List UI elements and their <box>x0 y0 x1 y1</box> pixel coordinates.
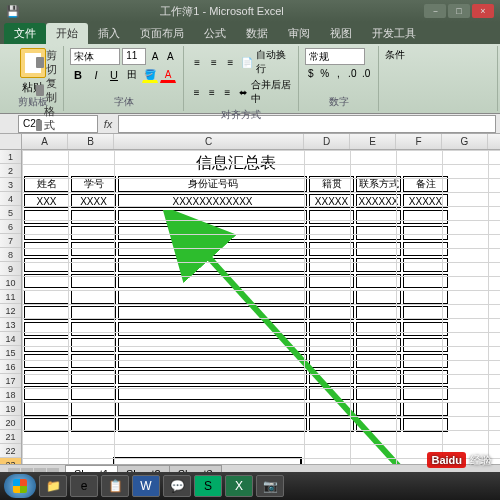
tab-formula[interactable]: 公式 <box>194 23 236 44</box>
maximize-button[interactable]: □ <box>448 4 470 18</box>
task-word[interactable]: W <box>132 475 160 497</box>
tab-file[interactable]: 文件 <box>4 23 46 44</box>
group-align: ≡ ≡ ≡ 📄 自动换行 ≡ ≡ ≡ ⬌ 合并后居中 对齐方式 <box>184 46 299 111</box>
task-app2[interactable]: 💬 <box>163 475 191 497</box>
shrink-font-icon[interactable]: A <box>164 49 177 65</box>
ribbon-tabs: 文件 开始 插入 页面布局 公式 数据 审阅 视图 开发工具 <box>0 22 500 44</box>
task-explorer[interactable]: 📁 <box>39 475 67 497</box>
align-bot-icon[interactable]: ≡ <box>223 54 238 70</box>
copy-icon <box>36 85 44 96</box>
brush-icon <box>36 120 42 131</box>
tab-review[interactable]: 审阅 <box>278 23 320 44</box>
currency-icon[interactable]: $ <box>305 65 317 81</box>
cond-format-button[interactable]: 条件 <box>385 48 491 62</box>
title-bar: 💾 工作簿1 - Microsoft Excel － □ × <box>0 0 500 22</box>
task-browser[interactable]: e <box>70 475 98 497</box>
tab-dev[interactable]: 开发工具 <box>362 23 426 44</box>
formula-bar[interactable] <box>118 115 496 133</box>
tab-data[interactable]: 数据 <box>236 23 278 44</box>
number-label: 数字 <box>305 95 372 109</box>
merge-label: 合并后居中 <box>251 78 292 106</box>
row-headers[interactable]: 1234567891011121314151617181920212223 <box>0 150 22 464</box>
wrap-label: 自动换行 <box>256 48 292 76</box>
number-format-select[interactable]: 常规 <box>305 48 365 65</box>
window-controls: － □ × <box>424 4 494 18</box>
align-center-icon[interactable]: ≡ <box>205 84 218 100</box>
taskbar: 📁 e 📋 W 💬 S X 📷 <box>0 472 500 500</box>
align-left-icon[interactable]: ≡ <box>190 84 203 100</box>
copy-button[interactable]: 复制 <box>36 76 63 104</box>
grow-font-icon[interactable]: A <box>148 49 161 65</box>
cut-button[interactable]: 剪切 <box>36 48 63 76</box>
fill-color-button[interactable]: 🪣 <box>142 67 158 83</box>
minimize-button[interactable]: － <box>424 4 446 18</box>
merge-button[interactable]: ⬌ <box>236 84 249 100</box>
tab-view[interactable]: 视图 <box>320 23 362 44</box>
align-top-icon[interactable]: ≡ <box>190 54 205 70</box>
column-headers[interactable]: ABCDEFG <box>22 134 500 150</box>
task-app[interactable]: 📋 <box>101 475 129 497</box>
fx-icon[interactable]: fx <box>98 118 118 130</box>
comma-icon[interactable]: , <box>333 65 345 81</box>
italic-button[interactable]: I <box>88 67 104 83</box>
watermark: Baidu 经验 <box>427 452 492 468</box>
font-name-select[interactable]: 宋体 <box>70 48 120 65</box>
select-all-corner[interactable] <box>0 134 22 150</box>
start-button[interactable] <box>4 474 36 498</box>
border-button[interactable]: 田 <box>124 67 140 83</box>
bold-button[interactable]: B <box>70 67 86 83</box>
watermark-text: 经验 <box>470 453 492 468</box>
watermark-logo: Baidu <box>427 452 466 468</box>
qat-save-icon[interactable]: 💾 <box>6 5 20 18</box>
dec-decimal-icon[interactable]: .0 <box>360 65 372 81</box>
inc-decimal-icon[interactable]: .0 <box>346 65 358 81</box>
group-number: 常规 $ % , .0 .0 数字 <box>299 46 379 111</box>
task-app4[interactable]: 📷 <box>256 475 284 497</box>
font-size-select[interactable]: 11 <box>122 48 146 65</box>
task-excel[interactable]: X <box>225 475 253 497</box>
tab-layout[interactable]: 页面布局 <box>130 23 194 44</box>
group-clipboard: 粘贴 剪切 复制 格式刷 剪贴板 <box>2 46 64 111</box>
window-title: 工作簿1 - Microsoft Excel <box>20 4 424 19</box>
task-app3[interactable]: S <box>194 475 222 497</box>
align-mid-icon[interactable]: ≡ <box>207 54 222 70</box>
align-right-icon[interactable]: ≡ <box>221 84 234 100</box>
percent-icon[interactable]: % <box>319 65 331 81</box>
wrap-text-button[interactable]: 📄 <box>240 54 255 70</box>
worksheet[interactable]: ABCDEFG 12345678910111213141516171819202… <box>0 134 500 464</box>
scissors-icon <box>36 57 44 68</box>
cell-grid[interactable]: 信息汇总表姓名学号身份证号码籍贯联系方式备注XXXXXXXXXXXXXXXXXX… <box>22 150 500 464</box>
font-label: 字体 <box>70 95 177 109</box>
tab-insert[interactable]: 插入 <box>88 23 130 44</box>
font-color-button[interactable]: A <box>160 67 176 83</box>
group-styles: 条件 <box>379 46 498 111</box>
close-button[interactable]: × <box>472 4 494 18</box>
underline-button[interactable]: U <box>106 67 122 83</box>
ribbon: 粘贴 剪切 复制 格式刷 剪贴板 宋体 11 A A B I U 田 🪣 A 字… <box>0 44 500 114</box>
align-label: 对齐方式 <box>190 108 292 122</box>
tab-home[interactable]: 开始 <box>46 23 88 44</box>
group-font: 宋体 11 A A B I U 田 🪣 A 字体 <box>64 46 184 111</box>
